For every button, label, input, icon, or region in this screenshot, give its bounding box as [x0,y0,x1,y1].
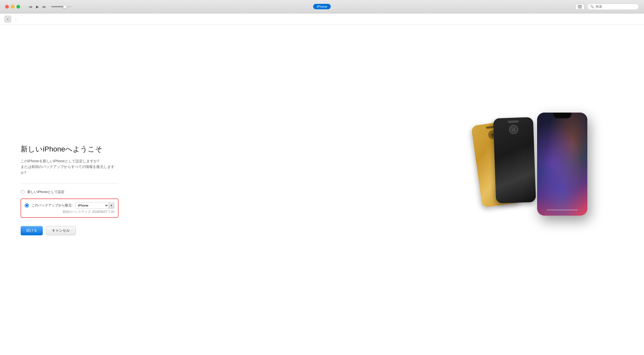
phone-notch [553,113,571,118]
forward-button[interactable]: › [12,15,20,23]
search-bar: 🔍 [587,4,639,10]
phone-image [469,113,592,267]
welcome-description: このiPhoneを新しいiPhoneとして設定しますか? または前回のバックアッ… [21,158,118,175]
description-line2: または前回のバックアップからすべての情報を復元しますか? [21,164,118,176]
backup-date-label: 前回のバックアップ: [63,210,91,214]
cancel-button[interactable]: キャンセル [46,226,76,235]
list-icon-line [578,5,582,6]
option-new-row: 新しいiPhoneとして設定 [21,190,118,195]
restore-row: このバックアップから復元: iPhone ▼ [25,202,114,209]
fastforward-button[interactable]: ⏭ [41,4,47,9]
radio-restore[interactable] [25,204,29,208]
main-content: 新しいiPhoneへようこそ このiPhoneを新しいiPhoneとして設定しま… [0,25,644,355]
backup-date-time: 2018/06/27 7:10 [92,210,114,214]
close-button[interactable] [5,5,9,9]
search-icon: 🔍 [590,5,594,9]
phone-front [537,113,587,216]
navbar: ‹ › [0,13,644,25]
back-button[interactable]: ‹ [4,15,11,23]
rewind-button[interactable]: ⏮ [28,4,33,9]
list-icon-line [578,6,582,7]
traffic-lights [5,5,20,9]
list-icon-line [578,8,582,8]
phone-dark [493,117,536,203]
phones-group [469,113,592,267]
backup-select[interactable]: iPhone [75,202,108,209]
minimize-button[interactable] [11,5,14,9]
continue-button[interactable]: 続ける [21,226,43,235]
option-new-label: 新しいiPhoneとして設定 [27,190,64,195]
description-line1: このiPhoneを新しいiPhoneとして設定しますか? [21,158,118,164]
iphone-badge[interactable]: iPhone [313,4,331,9]
button-row: 続ける キャンセル [21,226,118,235]
transport-controls: ⏮ ▶ ⏭ [28,4,72,9]
backup-date: 前回のバックアップ: 2018/06/27 7:10 [25,210,114,214]
phone-screen [537,113,587,216]
volume-slider[interactable] [51,6,72,7]
list-view-button[interactable] [575,4,584,10]
titlebar-left: ⏮ ▶ ⏭ [5,4,72,9]
play-button[interactable]: ▶ [35,4,40,9]
select-dropdown-icon[interactable]: ▼ [108,202,114,209]
restore-section: このバックアップから復元: iPhone ▼ 前回のバックアップ: 2018/0… [21,199,118,218]
welcome-title: 新しいiPhoneへようこそ [21,144,118,154]
left-panel: 新しいiPhoneへようこそ このiPhoneを新しいiPhoneとして設定しま… [21,144,118,235]
search-input[interactable] [596,5,636,9]
list-icon [578,5,582,8]
maximize-button[interactable] [16,5,20,9]
phone-screen-overlay [537,113,587,216]
divider [21,183,118,184]
radio-new-iphone[interactable] [21,190,25,194]
backup-select-container[interactable]: iPhone ▼ [75,202,114,209]
restore-label: このバックアップから復元: [31,203,73,208]
titlebar: ⏮ ▶ ⏭ iPhone 🔍 [0,0,644,13]
titlebar-center: iPhone [313,4,331,9]
titlebar-right: 🔍 [575,4,639,10]
